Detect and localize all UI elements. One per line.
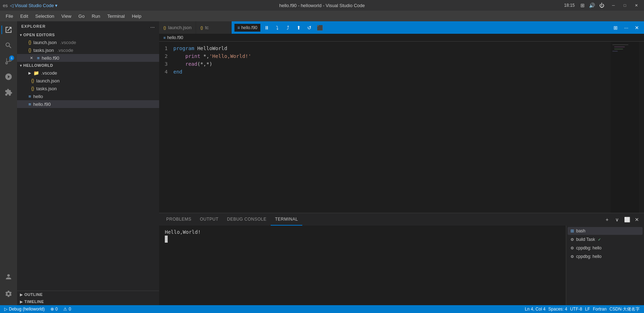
activity-settings[interactable] bbox=[1, 287, 16, 301]
panel-add-btn[interactable]: + bbox=[603, 215, 611, 224]
status-bar: ▷ Debug (helloworld) ⊗ 0 ⚠ 0 Ln 4, Col 4… bbox=[0, 305, 644, 313]
code-editor[interactable]: 1 2 3 4 program HelloWorld print *,'Hell… bbox=[159, 42, 644, 213]
open-editor-hello-f90[interactable]: ✕ ≡ hello.f90 bbox=[17, 54, 159, 62]
minimap bbox=[611, 42, 639, 213]
terminal-bash[interactable]: ⊞ bash bbox=[568, 227, 643, 235]
tab-tc-label: tc bbox=[205, 25, 209, 30]
launch-json-tree[interactable]: {} launch.json bbox=[17, 77, 159, 85]
close-hello-f90[interactable]: ✕ bbox=[28, 55, 34, 61]
code-content[interactable]: program HelloWorld print *,'Hello,World!… bbox=[173, 42, 611, 213]
menu-edit[interactable]: Edit bbox=[17, 12, 31, 20]
outline-label: OUTLINE bbox=[25, 292, 43, 297]
activity-extensions[interactable] bbox=[1, 85, 16, 99]
power-icon[interactable]: ⏻ bbox=[599, 2, 604, 8]
minimize-button[interactable]: ─ bbox=[608, 2, 618, 9]
status-user[interactable]: CSDN·大佬名字 bbox=[608, 305, 641, 313]
activity-debug[interactable] bbox=[1, 70, 16, 84]
tab-problems[interactable]: PROBLEMS bbox=[162, 213, 196, 226]
editor-scroll[interactable]: 1 2 3 4 program HelloWorld print *,'Hell… bbox=[159, 42, 611, 213]
volume-icon[interactable]: 🔊 bbox=[589, 2, 595, 8]
open-editor-launch[interactable]: {} launch.json .vscode bbox=[17, 38, 159, 46]
timeline-label: TIMELINE bbox=[25, 299, 44, 304]
menu-selection[interactable]: Selection bbox=[32, 12, 57, 20]
sidebar-header: Explorer ... bbox=[17, 21, 159, 31]
open-editor-tasks[interactable]: {} tasks.json .vscode bbox=[17, 46, 159, 54]
debug-step-over-btn[interactable]: ⤵ bbox=[273, 23, 282, 32]
debug-restart-btn[interactable]: ↺ bbox=[305, 23, 314, 32]
tasks-json-tree[interactable]: {} tasks.json bbox=[17, 85, 159, 92]
status-language[interactable]: Fortran bbox=[591, 305, 608, 313]
panel-maximize-btn[interactable]: ⬜ bbox=[623, 215, 631, 224]
network-icon[interactable]: ⊞ bbox=[580, 2, 585, 8]
status-debug[interactable]: ▷ Debug (helloworld) bbox=[3, 305, 46, 313]
debug-stop-btn[interactable]: ⬛ bbox=[316, 23, 324, 32]
activity-search[interactable] bbox=[1, 38, 16, 53]
line-numbers: 1 2 3 4 bbox=[159, 42, 173, 213]
tab-launch-label: launch.json bbox=[168, 25, 191, 30]
vscode-folder-chevron bbox=[28, 71, 31, 75]
build-task-checkmark: ✓ bbox=[598, 237, 601, 242]
status-spaces[interactable]: Spaces: 4 bbox=[547, 305, 569, 313]
menu-view[interactable]: View bbox=[59, 12, 74, 20]
terminal-panel: PROBLEMS OUTPUT DEBUG CONSOLE TERMINAL +… bbox=[159, 213, 644, 305]
timeline-header[interactable]: TIMELINE bbox=[17, 298, 159, 305]
terminal-cppdbg-hello-2[interactable]: ⚙ cppdbg: hello bbox=[568, 253, 643, 260]
debug-step-out-btn[interactable]: ⬆ bbox=[294, 23, 303, 32]
tab-debug-console[interactable]: DEBUG CONSOLE bbox=[223, 213, 271, 226]
menu-file[interactable]: File bbox=[3, 12, 16, 20]
activity-explorer[interactable] bbox=[1, 23, 16, 37]
cppdbg-1-icon: ⚙ bbox=[570, 246, 574, 250]
hello-f90-tree[interactable]: ≡ hello.f90 bbox=[17, 100, 159, 108]
window-title: hello.f90 - helloworld - Visual Studio C… bbox=[279, 3, 365, 8]
menu-go[interactable]: Go bbox=[76, 12, 87, 20]
terminal-build-task[interactable]: ⚙ build Task ✓ bbox=[568, 236, 643, 243]
editor-more-btn[interactable]: ··· bbox=[622, 23, 631, 32]
hello-file-tree[interactable]: ≡ hello bbox=[17, 92, 159, 100]
tab-output[interactable]: OUTPUT bbox=[196, 213, 223, 226]
tab-tc-icon: {} bbox=[200, 26, 203, 30]
status-cursor-position[interactable]: Ln 4, Col 4 bbox=[524, 305, 547, 313]
sidebar-ellipsis[interactable]: ... bbox=[151, 24, 155, 28]
title-bar: es ◁ Visual Studio Code ▾ hello.f90 - he… bbox=[0, 0, 644, 11]
status-right: Ln 4, Col 4 Spaces: 4 UTF-8 LF Fortran C… bbox=[524, 305, 641, 313]
terminal-cppdbg-hello-1[interactable]: ⚙ cppdbg: hello bbox=[568, 244, 643, 252]
terminal-content[interactable]: Hello,World! bbox=[159, 226, 566, 305]
close-button[interactable]: ✕ bbox=[631, 2, 641, 9]
cursor-position-text: Ln 4, Col 4 bbox=[525, 307, 546, 312]
status-errors[interactable]: ⊗ 0 bbox=[49, 305, 59, 313]
menu-run[interactable]: Run bbox=[89, 12, 103, 20]
open-editors-header[interactable]: Open Editors bbox=[17, 31, 159, 38]
panel-close-btn[interactable]: ✕ bbox=[633, 215, 641, 224]
debug-close-btn[interactable]: ✕ bbox=[633, 23, 641, 32]
debug-pause-btn[interactable]: ⏸ bbox=[263, 23, 271, 32]
vscode-icon: ◁ Visual Studio Code ▾ bbox=[10, 3, 58, 8]
editor-split-btn[interactable]: ⊞ bbox=[611, 23, 620, 32]
debug-step-into-btn[interactable]: ⤴ bbox=[284, 23, 292, 32]
menu-terminal[interactable]: Terminal bbox=[104, 12, 128, 20]
user-text: CSDN·大佬名字 bbox=[610, 306, 640, 312]
vertical-scrollbar[interactable] bbox=[639, 42, 644, 213]
language-text: Fortran bbox=[593, 307, 607, 312]
activity-account[interactable] bbox=[1, 270, 16, 284]
menu-bar: File Edit Selection View Go Run Terminal… bbox=[0, 11, 644, 21]
terminal-sidebar: ⊞ bash ⚙ build Task ✓ ⚙ cppdbg: hello bbox=[566, 226, 644, 305]
status-encoding[interactable]: UTF-8 bbox=[569, 305, 584, 313]
activity-source-control[interactable]: 1 bbox=[1, 54, 16, 68]
panel-chevron-down-btn[interactable]: ∨ bbox=[613, 215, 621, 224]
activity-bottom-icons bbox=[1, 270, 16, 305]
tab-terminal[interactable]: TERMINAL bbox=[271, 213, 302, 226]
tab-launch-json[interactable]: {} launch.json bbox=[159, 21, 196, 34]
outline-header[interactable]: OUTLINE bbox=[17, 291, 159, 298]
svg-rect-3 bbox=[612, 51, 618, 52]
status-warnings[interactable]: ⚠ 0 bbox=[62, 305, 72, 313]
editor-main: ≡ hello.f90 1 2 3 4 program HelloWorld p… bbox=[159, 34, 644, 305]
menu-help[interactable]: Help bbox=[129, 12, 144, 20]
maximize-button[interactable]: □ bbox=[620, 2, 630, 9]
project-header[interactable]: HELLOWORLD bbox=[17, 62, 159, 69]
tab-tc[interactable]: {} tc bbox=[196, 21, 232, 34]
editor-area: {} launch.json {} tc ≡ hello.f90 ⏸ ⤵ ⤴ ⬆… bbox=[159, 21, 644, 305]
status-line-endings[interactable]: LF bbox=[584, 305, 591, 313]
vscode-folder[interactable]: 📁 .vscode bbox=[17, 69, 159, 77]
open-editors-label: Open Editors bbox=[23, 33, 55, 37]
status-left: ▷ Debug (helloworld) ⊗ 0 ⚠ 0 bbox=[3, 305, 72, 313]
